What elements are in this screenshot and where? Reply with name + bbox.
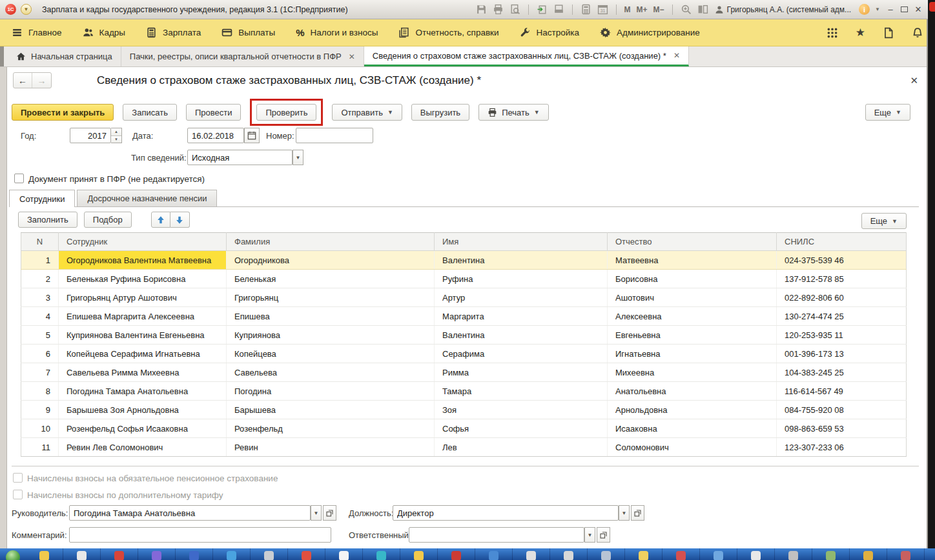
taskbar-app-icon[interactable] (400, 548, 438, 560)
cell[interactable]: Беленькая (227, 270, 435, 288)
taskbar-app-icon[interactable] (887, 548, 925, 560)
position-input[interactable] (393, 505, 619, 521)
info-button[interactable]: i (859, 4, 870, 15)
cell[interactable]: Руфина (435, 270, 608, 288)
menu-item-administrirovanie[interactable]: Администрирование (600, 27, 700, 38)
column-header-0[interactable]: N (21, 233, 59, 251)
zapisat-button[interactable]: Записать (123, 104, 177, 121)
column-header-1[interactable]: Сотрудник (59, 233, 227, 251)
table-row[interactable]: 5Куприянова Валентина ЕвгеньевнаКуприяно… (21, 326, 907, 345)
cell[interactable]: Ашотович (608, 288, 777, 307)
taskbar-app-icon[interactable] (138, 548, 176, 560)
menu-item-vyplaty[interactable]: Выплаты (221, 27, 275, 38)
year-input[interactable] (70, 128, 111, 143)
move-up-button[interactable] (151, 212, 170, 228)
cell[interactable]: Погодина (227, 382, 435, 401)
star-icon[interactable]: ★ (856, 27, 865, 39)
cell[interactable]: Куприянова (227, 326, 435, 345)
fill-button[interactable]: Заполнить (18, 212, 77, 228)
table-row[interactable]: 6Копейцева Серафима ИгнатьевнаКопейцеваС… (21, 345, 907, 363)
manager-input[interactable] (69, 505, 311, 521)
cell[interactable]: 001-396-173 13 (777, 345, 907, 363)
taskbar-app-icon[interactable] (26, 548, 63, 560)
column-header-2[interactable]: Фамилия (227, 233, 435, 251)
cell[interactable]: Валентина (435, 251, 608, 270)
history-icon[interactable] (883, 27, 894, 39)
back-button[interactable]: ← (14, 73, 32, 88)
close-window-button[interactable]: ✕ (913, 5, 923, 14)
cell[interactable]: Алексеевна (608, 307, 777, 326)
maximize-button[interactable] (901, 6, 908, 12)
cell[interactable]: 123-307-233 06 (777, 438, 907, 457)
cell[interactable]: 084-755-920 08 (777, 401, 907, 419)
taskbar-app-icon[interactable] (363, 548, 400, 560)
table-row[interactable]: 9Барышева Зоя АрнольдовнаБарышеваЗояАрно… (21, 401, 907, 419)
close-document-button[interactable]: ✕ (910, 75, 918, 86)
menu-item-glavnoe[interactable]: Главное (12, 27, 62, 38)
taskbar-app-icon[interactable] (850, 548, 887, 560)
cell[interactable]: Барышева Зоя Арнольдовна (59, 401, 227, 419)
menu-item-kadry[interactable]: Кадры (83, 27, 125, 38)
otpravit-button[interactable]: Отправить▼ (332, 104, 402, 121)
cell[interactable]: 024-375-539 46 (777, 251, 907, 270)
cell[interactable]: Игнатьевна (608, 345, 777, 363)
cell[interactable]: Софья (435, 419, 608, 438)
column-header-3[interactable]: Имя (435, 233, 608, 251)
cell[interactable]: Куприянова Валентина Евгеньевна (59, 326, 227, 345)
taskbar-app-icon[interactable] (63, 548, 101, 560)
cell[interactable]: Огородникова Валентина Матвеевна (59, 251, 227, 270)
cell[interactable]: Огородникова (227, 251, 435, 270)
cell[interactable]: Копейцева (227, 345, 435, 363)
memory-М-button[interactable]: М (624, 5, 631, 14)
provesti-button[interactable]: Провести (186, 104, 241, 121)
cell[interactable]: Савельева Римма Михеевна (59, 363, 227, 382)
table-row[interactable]: 2Беленькая Руфина БорисовнаБеленькаяРуфи… (21, 270, 907, 288)
cell[interactable]: 137-912-578 85 (777, 270, 907, 288)
current-user[interactable]: Григорьянц А.А. (системный адм... (715, 5, 851, 14)
cell[interactable]: Ревин (227, 438, 435, 457)
close-tab-icon[interactable]: ✕ (673, 51, 680, 60)
table-row[interactable]: 1Огородникова Валентина МатвеевнаОгородн… (21, 251, 907, 270)
cell[interactable]: 5 (21, 326, 59, 345)
tab-home[interactable]: Начальная страница (8, 46, 121, 66)
cell[interactable]: Арнольдовна (608, 401, 777, 419)
taskbar-app-icon[interactable] (325, 548, 363, 560)
print-icon[interactable] (493, 4, 504, 15)
taskbar-app-icon[interactable] (101, 548, 138, 560)
cell[interactable]: Михеевна (608, 363, 777, 382)
taskbar-app-icon[interactable] (176, 548, 213, 560)
taskbar-app-icon[interactable] (737, 548, 775, 560)
cell[interactable]: 6 (21, 345, 59, 363)
taskbar-app-icon[interactable] (812, 548, 850, 560)
date-input[interactable] (187, 128, 244, 143)
cell[interactable]: 130-274-474 25 (777, 307, 907, 326)
apps-grid-icon[interactable] (827, 27, 838, 39)
manager-dropdown-button[interactable]: ▼ (311, 505, 322, 521)
year-stepper[interactable]: ▲▼ (111, 128, 122, 143)
table-row[interactable]: 10Розенфельд Софья ИсааковнаРозенфельдСо… (21, 419, 907, 438)
menu-item-otchetnost[interactable]: Отчетность, справки (398, 27, 498, 38)
stepper-down-icon[interactable]: ▼ (111, 136, 121, 143)
responsible-dropdown-button[interactable]: ▼ (584, 527, 595, 543)
cell[interactable]: 10 (21, 419, 59, 438)
accepted-pfr-checkbox[interactable] (14, 174, 24, 183)
taskbar-app-icon[interactable] (475, 548, 513, 560)
bell-icon[interactable] (912, 27, 923, 39)
cell[interactable]: Погодина Тамара Анатольевна (59, 382, 227, 401)
cell[interactable]: Григорьянц Артур Ашотович (59, 288, 227, 307)
cell[interactable]: Римма (435, 363, 608, 382)
menu-item-nastroyka[interactable]: Настройка (520, 27, 579, 38)
memory-М−-button[interactable]: М− (653, 5, 664, 14)
taskbar-app-icon[interactable] (588, 548, 625, 560)
responsible-open-button[interactable] (597, 527, 610, 543)
cell[interactable]: Беленькая Руфина Борисовна (59, 270, 227, 288)
table-row[interactable]: 4Епишева Маргарита АлексеевнаЕпишеваМарг… (21, 307, 907, 326)
tab-pfr-packs[interactable]: Пачки, реестры, описи квартальной отчетн… (121, 46, 364, 66)
cell[interactable]: Епишева Маргарита Алексеевна (59, 307, 227, 326)
manager-open-button[interactable] (323, 505, 336, 521)
taskbar-app-icon[interactable] (288, 548, 325, 560)
cell[interactable]: Исааковна (608, 419, 777, 438)
cell[interactable]: Евгеньевна (608, 326, 777, 345)
memory-М+-button[interactable]: М+ (637, 5, 648, 14)
table-row[interactable]: 7Савельева Римма МихеевнаСавельеваРиммаМ… (21, 363, 907, 382)
